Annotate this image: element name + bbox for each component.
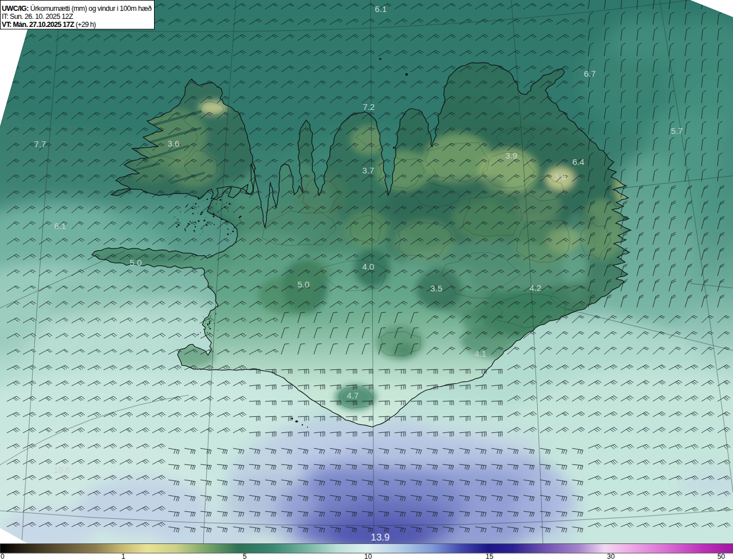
svg-text:6.1: 6.1 [375,4,387,14]
svg-text:IT: Sun. 26. 10. 2025 12Z: IT: Sun. 26. 10. 2025 12Z [2,13,73,21]
svg-text:4.2: 4.2 [530,283,542,293]
svg-text:5: 5 [243,553,247,560]
svg-text:6.7: 6.7 [584,69,596,78]
svg-text:7.7: 7.7 [34,139,46,149]
svg-text:VT: Mán. 27.10.2025 17Z (+29 h: VT: Mán. 27.10.2025 17Z (+29 h) [2,21,96,29]
svg-text:UWC/IG: Úrkomumætti (mm) og vi: UWC/IG: Úrkomumætti (mm) og vindur i 100… [2,4,152,13]
svg-text:3.6: 3.6 [168,139,180,148]
svg-text:4.0: 4.0 [362,262,375,271]
svg-text:10.6: 10.6 [53,465,70,475]
svg-text:1: 1 [121,553,125,560]
svg-text:13.9: 13.9 [371,532,389,543]
svg-text:4.1: 4.1 [475,349,487,358]
svg-text:10: 10 [364,553,372,560]
svg-text:30: 30 [607,553,615,560]
svg-text:3.6: 3.6 [554,172,566,182]
svg-text:3.9: 3.9 [506,151,518,160]
svg-text:15: 15 [486,553,494,560]
svg-text:4.7: 4.7 [347,391,359,400]
svg-text:5.0: 5.0 [130,258,142,267]
svg-text:6.4: 6.4 [573,157,585,167]
svg-text:5.7: 5.7 [671,126,683,136]
svg-text:3.5: 3.5 [431,283,443,293]
svg-text:7.2: 7.2 [363,102,375,112]
svg-text:6.1: 6.1 [54,221,66,231]
svg-text:50: 50 [718,553,726,560]
svg-text:3.7: 3.7 [362,165,375,175]
svg-text:5.0: 5.0 [298,279,310,289]
svg-text:0: 0 [1,553,5,560]
